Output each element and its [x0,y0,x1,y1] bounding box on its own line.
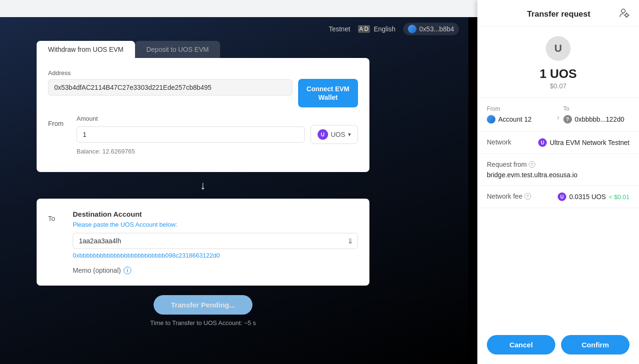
top-nav: Testnet A D English 0x53...b8b4 [0,17,468,41]
fee-token-icon: U [558,192,566,201]
fee-amount: 0.0315 UOS [569,193,606,201]
request-from-value: bridge.evm.test.ultra.eosusa.io [487,171,578,179]
balance-display: Balance: 12.6269765 [77,148,358,155]
transfer-pending-button[interactable]: Transfer Pending... [154,295,252,315]
from-column-label: From [487,105,553,112]
chevron-down-icon: ▾ [348,131,351,138]
to-unknown-icon: ? [563,115,572,124]
network-key: Network [487,138,511,146]
network-name: Ultra EVM Network Testnet [550,139,629,146]
ultra-network-icon: U [538,138,547,147]
to-column-label: To [563,105,629,112]
network-fee-value: U 0.0315 UOS < $0.01 [558,192,629,201]
language-selector[interactable]: A D English [358,25,396,33]
right-panel: Transfer request U 1 UOS $0.07 From Acc [477,0,639,364]
amount-label: Amount [77,115,358,122]
amount-input[interactable] [77,126,305,143]
language-label: English [374,25,396,33]
panel-title: Transfer request [527,10,590,19]
svg-point-1 [625,14,628,17]
destination-account-input[interactable] [73,233,358,249]
memo-info-icon: i [124,267,131,274]
destination-fields: Destination Account Please paste the UOS… [73,210,358,274]
to-address: 0xbbbbb...122d0 [575,115,624,123]
connect-evm-wallet-button[interactable]: Connect EVMWallet [298,79,358,107]
tab-withdraw[interactable]: Withdraw from UOS EVM [37,41,135,58]
to-value: ? 0xbbbbb...122d0 [563,115,629,124]
account-usd-value: $0.07 [550,82,566,90]
down-arrow-icon: ↓ [37,172,369,199]
destination-address-display: 0xbbbbbbbbbbbbbbbbbbbbbbbbb098c231866312… [73,252,358,259]
request-from-info-icon: ? [529,161,535,168]
wallet-address: 0x53...b8b4 [419,25,454,33]
wallet-selector[interactable]: 0x53...b8b4 [403,23,459,35]
request-from-key: Request from ? [487,161,535,168]
memo-label: Memo (optional) i [73,267,358,274]
avatar: U [546,36,571,61]
address-label: Address [48,69,292,77]
paste-icon: ⇓ [347,237,353,246]
tab-bar: Withdraw from UOS EVM Deposit to UOS EVM [37,41,369,58]
destination-input-wrap: ⇓ [73,233,358,249]
destination-row: To Destination Account Please paste the … [48,210,358,274]
from-account-name: Account 12 [498,115,532,123]
address-row: Address Connect EVMWallet [48,69,358,107]
arrow-separator: › [557,105,559,124]
network-fee-info-icon: ? [524,193,531,200]
account-balance: 1 UOS [540,67,577,81]
uos-token-icon: U [318,129,328,140]
settings-icon[interactable] [619,8,629,20]
to-column: To ? 0xbbbbb...122d0 [563,105,629,124]
from-value: Account 12 [487,115,553,124]
destination-hint: Please paste the UOS Account below: [73,221,358,228]
cancel-button[interactable]: Cancel [487,335,555,354]
main-content: Withdraw from UOS EVM Deposit to UOS EVM… [37,41,369,326]
network-fee-key: Network fee ? [487,192,531,200]
network-selector[interactable]: Testnet [329,25,350,33]
from-column: From Account 12 [487,105,553,124]
confirm-button[interactable]: Confirm [561,335,629,354]
destination-account-label: Destination Account [73,210,358,218]
amount-row: From Amount U UOS ▾ Balance: 12.6269765 [48,115,358,155]
panel-account-section: U 1 UOS $0.07 [477,27,639,98]
transfer-button-wrap: Transfer Pending... [37,295,369,315]
request-from-row: Request from ? bridge.evm.test.ultra.eos… [477,154,639,186]
fee-usd-value: < $0.01 [609,193,629,201]
network-fee-row: Network fee ? U 0.0315 UOS < $0.01 [477,186,639,208]
to-card: To Destination Account Please paste the … [37,199,369,286]
token-label: UOS [331,131,345,138]
from-network-icon [487,115,495,124]
token-selector[interactable]: U UOS ▾ [310,125,358,144]
tab-deposit[interactable]: Deposit to UOS EVM [135,41,221,58]
network-row: Network U Ultra EVM Network Testnet [477,132,639,154]
panel-from-to: From Account 12 › To ? 0xbbbbb...122d0 [477,98,639,132]
from-label: From [48,115,77,127]
address-input[interactable] [48,79,292,96]
svg-point-0 [621,9,625,13]
network-label: Testnet [329,25,350,33]
time-info: Time to Transfer to UOS Account: ~5 s [37,319,369,326]
wallet-globe-icon [408,25,416,33]
amount-fields: Amount U UOS ▾ Balance: 12.6269765 [77,115,358,155]
from-card: Address Connect EVMWallet From Amount U … [37,58,369,172]
amount-input-row: U UOS ▾ [77,125,358,144]
panel-buttons: Cancel Confirm [477,326,639,364]
to-label: To [48,210,67,222]
panel-header: Transfer request [477,0,639,27]
network-value: U Ultra EVM Network Testnet [538,138,629,147]
